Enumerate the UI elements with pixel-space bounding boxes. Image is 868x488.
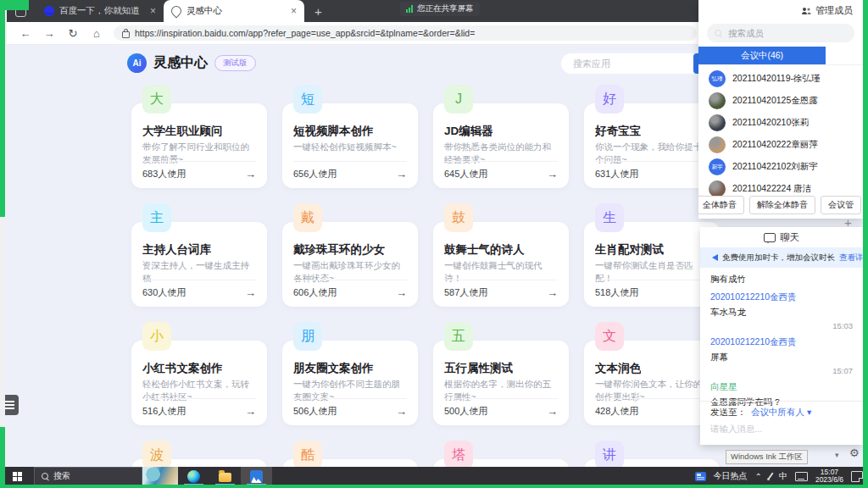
app-card-body[interactable]: 生肖配对测试 一键帮你测试生肖是否匹配！ 518人使用 → (584, 222, 720, 307)
send-to-selector[interactable]: 会议中所有人 ▾ (751, 407, 811, 419)
member-search-box[interactable] (707, 24, 854, 42)
search-highlight-image[interactable] (142, 467, 178, 485)
browser-tab-baidu[interactable]: 百度一下，你就知道 × (36, 0, 164, 22)
member-row[interactable]: 202110420125金恩露 (698, 90, 863, 112)
app-card[interactable]: 生 生肖配对测试 一键帮你测试生肖是否匹配！ 518人使用 → (584, 203, 720, 322)
member-row[interactable]: 202110420210张莉 (698, 112, 863, 134)
arrow-right-icon[interactable]: → (547, 405, 558, 418)
app-card-count: 606人使用 (293, 286, 337, 299)
app-card-icon: 酷 (293, 441, 322, 467)
notice-link[interactable]: 查看详情 (839, 252, 863, 263)
tab-in-meeting[interactable]: 会议中(46) (698, 47, 826, 64)
member-action-button[interactable]: 会议管 (821, 196, 861, 214)
meeting-members-panel: 管理成员 会议中(46) 弘瑾 202110420119-徐弘瑾 2021104… (698, 0, 863, 219)
app-card[interactable]: J JD编辑器 带你熟悉各类岗位的能力和经验要求~ 645人使用 → (433, 85, 569, 203)
app-card-body[interactable]: 朋友圈文案创作 一键为你创作不同主题的朋友圈文案~ 506人使用 → (282, 341, 418, 425)
member-action-button[interactable]: 解除全体静音 (749, 196, 815, 214)
windows-ink-tooltip: Windows Ink 工作区 (726, 450, 808, 464)
tab-close-icon[interactable]: × (291, 6, 297, 16)
app-card-count: 645人使用 (444, 168, 487, 180)
app-card[interactable]: 酷 (282, 441, 418, 467)
app-card[interactable]: 文 文本润色 一键帮你润色文本，让你的创作更出彩~ 428人使用 → (584, 322, 720, 441)
browser-tab-inspiration[interactable]: 灵感中心 × (164, 0, 304, 22)
taskbar-explorer-button[interactable] (209, 467, 241, 485)
manage-members-label[interactable]: 管理成员 (815, 4, 853, 17)
location-pin-icon (170, 4, 184, 19)
plus-icon[interactable]: + (844, 215, 852, 230)
tab-close-icon[interactable]: × (150, 6, 156, 16)
tab-title: 百度一下，你就知道 (59, 5, 145, 17)
app-card-body[interactable]: 五行属性测试 根据你的名字，测出你的五行属性~ 500人使用 → (433, 341, 569, 425)
news-label[interactable]: 今日热点 (714, 470, 748, 482)
refresh-icon[interactable]: ↻ (61, 27, 85, 40)
chat-message: 15:03 (710, 321, 853, 330)
forward-icon[interactable]: → (37, 27, 61, 40)
members-panel-header: 管理成员 (698, 0, 863, 21)
app-card-body[interactable]: JD编辑器 带你熟悉各类岗位的能力和经验要求~ 645人使用 → (433, 103, 569, 188)
back-icon[interactable]: ← (14, 27, 37, 40)
action-center-icon[interactable] (851, 471, 863, 482)
ime-indicator[interactable]: 中 (779, 470, 787, 482)
start-button[interactable] (0, 467, 34, 485)
app-card[interactable]: 大 大学生职业顾问 带你了解不同行业和职位的发展前景~ 683人使用 → (131, 85, 267, 203)
avatar (709, 92, 726, 109)
app-card[interactable]: 波 (131, 441, 267, 467)
news-icon[interactable] (695, 472, 706, 481)
edge-icon (187, 470, 200, 483)
app-card[interactable]: 鼓 鼓舞士气的诗人 一键创作鼓舞士气的现代诗！ 587人使用 → (433, 203, 569, 322)
member-row[interactable]: 弘瑾 202110420119-徐弘瑾 (698, 68, 863, 90)
chat-message: 胸有成竹 (710, 274, 853, 286)
url-bar[interactable]: https://inspiration.baidu.com/app?refer_… (114, 25, 697, 41)
app-card-body[interactable]: 小红书文案创作 轻松创作小红书文案，玩转小红书社区~ 516人使用 → (131, 341, 267, 425)
gear-icon[interactable]: ⚙ (849, 446, 860, 459)
member-row[interactable]: 202110420222章丽萍 (698, 134, 863, 156)
app-card[interactable]: 讲 (584, 441, 720, 467)
taskbar-meeting-app-button[interactable] (241, 467, 272, 485)
meeting-app-icon (250, 470, 263, 483)
new-tab-button[interactable]: + (314, 4, 322, 19)
page-title: 灵感中心 (153, 54, 208, 72)
touch-keyboard-icon[interactable] (795, 472, 808, 481)
arrow-right-icon[interactable]: → (245, 405, 256, 418)
arrow-right-icon[interactable]: → (396, 405, 407, 418)
chevron-up-icon[interactable]: ⌃ (755, 472, 762, 481)
app-card-body[interactable]: 短视频脚本创作 一键轻松创作短视频脚本~ 656人使用 → (282, 103, 418, 188)
app-search-input[interactable] (561, 53, 714, 74)
app-card-body[interactable]: 鼓舞士气的诗人 一键创作鼓舞士气的现代诗！ 587人使用 → (433, 222, 569, 307)
app-card-body[interactable]: 大学生职业顾问 带你了解不同行业和职位的发展前景~ 683人使用 → (131, 103, 267, 188)
app-card-title: 小红书文案创作 (142, 361, 223, 376)
arrow-right-icon[interactable]: → (245, 168, 256, 180)
member-search-input[interactable] (726, 27, 840, 39)
app-card-icon: 塔 (444, 441, 473, 467)
arrow-right-icon[interactable]: → (396, 286, 407, 299)
app-card-count: 656人使用 (293, 168, 337, 180)
app-card-body[interactable]: 文本润色 一键帮你润色文本，让你的创作更出彩~ 428人使用 → (584, 341, 720, 425)
app-card-title: 五行属性测试 (444, 361, 513, 376)
chat-input[interactable] (710, 424, 837, 434)
app-card-icon: 讲 (595, 441, 624, 467)
app-card[interactable]: 小 小红书文案创作 轻松创作小红书文案，玩转小红书社区~ 516人使用 → (131, 322, 267, 441)
app-card[interactable]: 朋 朋友圈文案创作 一键为你创作不同主题的朋友圈文案~ 506人使用 → (282, 322, 418, 441)
taskbar-edge-button[interactable] (178, 467, 209, 485)
app-card-title: 短视频脚本创作 (293, 124, 374, 139)
app-card[interactable]: 短 短视频脚本创作 一键轻松创作短视频脚本~ 656人使用 → (282, 85, 418, 203)
home-icon[interactable]: ⌂ (85, 27, 108, 40)
caret-down-icon[interactable]: ▾ (835, 451, 839, 459)
app-card[interactable]: 主 主持人台词库 资深主持人，一键生成主持稿 630人使用 → (131, 203, 267, 322)
taskbar-search-box[interactable]: 搜索 (34, 467, 142, 485)
windows-ink-icon[interactable] (767, 472, 773, 480)
arrow-right-icon[interactable]: → (547, 168, 558, 180)
member-action-button[interactable]: 全体静音 (698, 196, 744, 214)
app-card[interactable]: 五 五行属性测试 根据你的名字，测出你的五行属性~ 500人使用 → (433, 322, 569, 441)
app-card-body[interactable]: 主持人台词库 资深主持人，一键生成主持稿 630人使用 → (131, 222, 267, 307)
arrow-right-icon[interactable]: → (245, 286, 256, 299)
app-card-body[interactable]: 戴珍珠耳环的少女 一键画出戴珍珠耳环少女的各种状态~ 606人使用 → (282, 222, 418, 307)
signal-bars-icon (406, 5, 413, 13)
share-border-right (863, 0, 868, 488)
arrow-right-icon[interactable]: → (547, 286, 558, 299)
app-card[interactable]: 戴 戴珍珠耳环的少女 一键画出戴珍珠耳环少女的各种状态~ 606人使用 → (282, 203, 418, 322)
member-row[interactable]: 新宇 202110422102刘新宇 (698, 156, 863, 178)
taskbar-clock[interactable]: 15:07 2023/6/6 (815, 469, 843, 484)
app-card[interactable]: 塔 (433, 441, 569, 467)
arrow-right-icon[interactable]: → (396, 168, 407, 180)
